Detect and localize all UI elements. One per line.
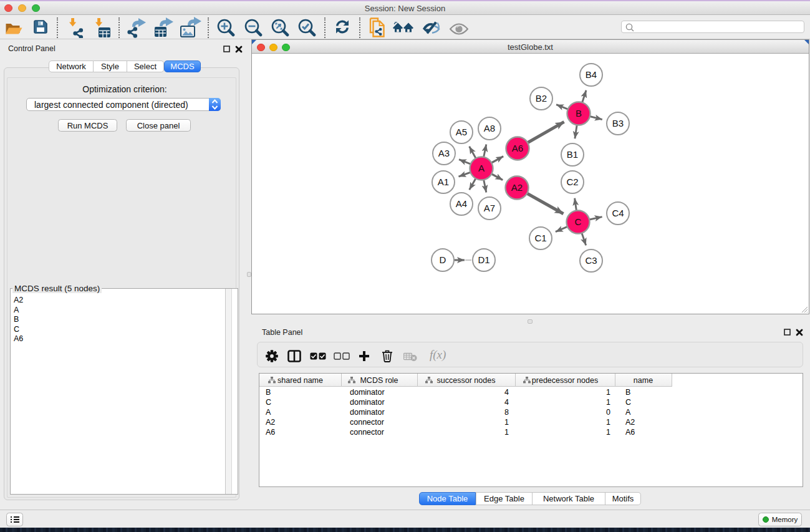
svg-text:C3: C3 [585,255,597,266]
svg-text:A6: A6 [512,143,523,153]
svg-text:C: C [575,216,582,227]
svg-text:A7: A7 [484,203,495,213]
svg-text:A1: A1 [438,177,449,187]
svg-text:A4: A4 [456,198,467,209]
svg-text:B4: B4 [586,69,597,80]
svg-text:A3: A3 [438,148,450,158]
svg-text:A: A [478,163,485,173]
svg-text:A2: A2 [511,182,523,193]
svg-text:C2: C2 [566,177,578,187]
svg-text:B2: B2 [536,93,547,104]
svg-text:B3: B3 [612,118,624,128]
svg-text:D: D [440,254,446,265]
svg-text:B: B [576,108,582,118]
svg-text:C1: C1 [534,233,546,243]
svg-text:A8: A8 [484,123,495,133]
svg-text:D1: D1 [478,254,489,265]
svg-text:C4: C4 [612,208,624,218]
svg-text:B1: B1 [567,149,578,160]
svg-text:A5: A5 [456,127,467,137]
